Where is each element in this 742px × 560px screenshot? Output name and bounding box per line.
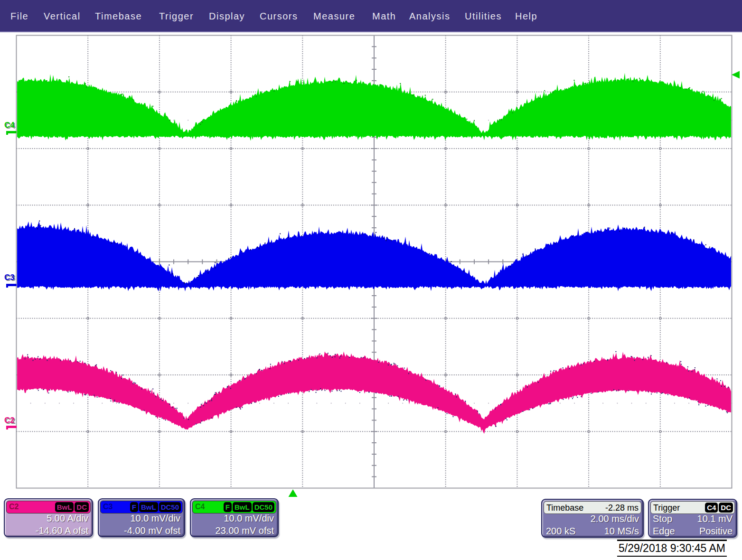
- svg-text:C2: C2: [4, 416, 15, 425]
- svg-text:C4: C4: [4, 121, 15, 130]
- svg-text:C3: C3: [4, 273, 15, 282]
